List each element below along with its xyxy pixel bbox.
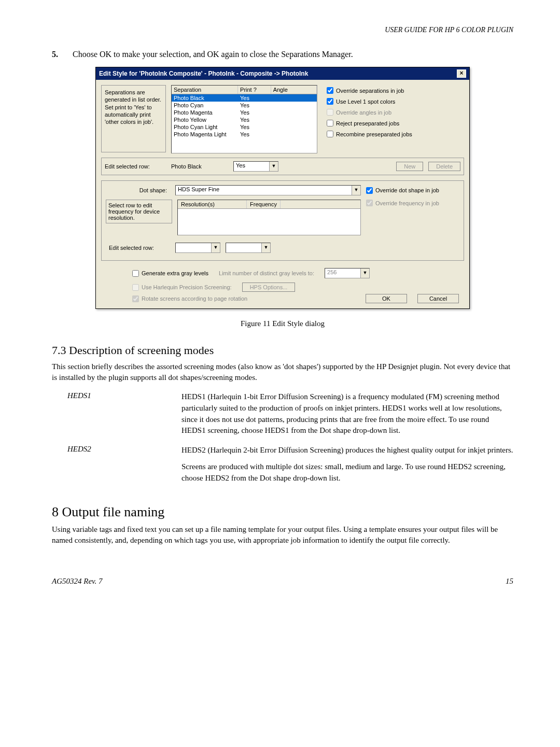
col-print: Print ? [238, 86, 271, 94]
ok-button[interactable]: OK [366, 294, 407, 303]
step-text: Choose OK to make your selection, and OK… [73, 50, 353, 59]
override-dot-shape-checkbox[interactable]: Override dot shape in job [366, 187, 459, 194]
col-frequency: Frequency [247, 200, 281, 208]
separations-description: Separations are generated in list order.… [101, 85, 166, 152]
edit-selected-row-label2: Edit selected row: [109, 245, 170, 251]
page-header: USER GUIDE FOR HP 6 COLOR PLUGIN [52, 26, 513, 34]
heds2-body-2: Screens are produced with multiple dot s… [181, 461, 513, 484]
edit-style-dialog: Edit Style for 'PhotoInk Composite' - Ph… [95, 67, 470, 309]
list-row[interactable]: Photo Black Yes [172, 94, 317, 102]
section-7-3-intro: This section briefly describes the assor… [52, 361, 513, 383]
section-8-title: 8 Output file naming [52, 504, 513, 520]
recombine-preseparated-checkbox[interactable]: Recombine preseparated jobs [327, 131, 460, 137]
close-icon[interactable]: × [457, 69, 466, 78]
step-number: 5. [52, 50, 62, 59]
footer-right: 15 [506, 577, 513, 586]
rotate-screens-checkbox[interactable]: Rotate screens according to page rotatio… [106, 295, 366, 302]
list-row[interactable]: Photo Magenta Light Yes [172, 131, 317, 138]
heds1-body: HEDS1 (Harlequin 1-bit Error Diffusion S… [181, 391, 513, 436]
chevron-down-icon: ▼ [211, 243, 220, 252]
frequency-list[interactable]: Resolution(s) Frequency [177, 200, 361, 235]
override-separations-checkbox[interactable]: Override separations in job [327, 87, 460, 94]
cancel-button[interactable]: Cancel [417, 294, 459, 303]
delete-button[interactable]: Delete [428, 162, 460, 171]
chevron-down-icon: ▼ [261, 243, 270, 252]
limit-gray-label: Limit number of distinct gray levels to: [219, 270, 314, 276]
list-row[interactable]: Photo Cyan Light Yes [172, 123, 317, 131]
footer-left: AG50324 Rev. 7 [52, 577, 103, 586]
generate-gray-levels-checkbox[interactable]: Generate extra gray levels [132, 270, 208, 277]
dot-shape-label: Dot shape: [106, 187, 170, 193]
edit-selected-row-label: Edit selected row: [105, 163, 166, 170]
selected-separation-name: Photo Black [171, 163, 228, 170]
heds2-term: HEDS2 [52, 445, 171, 489]
limit-gray-combo[interactable]: 256▼ [325, 268, 370, 278]
new-button[interactable]: New [396, 162, 423, 171]
list-row[interactable]: Photo Magenta Yes [172, 109, 317, 116]
dialog-title: Edit Style for 'PhotoInk Composite' - Ph… [99, 70, 308, 77]
section-8-body: Using variable tags and fixed text you c… [52, 524, 513, 546]
col-separation: Separation [172, 86, 238, 94]
figure-caption: Figure 11 Edit Style dialog [52, 319, 513, 328]
chevron-down-icon: ▼ [360, 269, 369, 278]
heds1-term: HEDS1 [52, 391, 171, 436]
print-combo[interactable]: Yes▼ [233, 161, 278, 172]
override-angles-checkbox[interactable]: Override angles in job [327, 109, 460, 116]
hps-checkbox[interactable]: Use Harlequin Precision Screening: [132, 284, 232, 291]
list-row[interactable]: Photo Yellow Yes [172, 116, 317, 123]
frequency-description: Select row to edit frequency for device … [106, 200, 172, 223]
freq-combo-2[interactable]: ▼ [226, 243, 271, 253]
reject-preseparated-checkbox[interactable]: Reject preseparated jobs [327, 120, 460, 126]
hps-options-button[interactable]: HPS Options... [242, 283, 296, 292]
section-7-3-title: 7.3 Description of screening modes [52, 344, 513, 357]
chevron-down-icon: ▼ [352, 186, 360, 195]
list-row[interactable]: Photo Cyan Yes [172, 102, 317, 109]
use-level1-spot-checkbox[interactable]: Use Level 1 spot colors [327, 98, 460, 105]
heds2-body-1: HEDS2 (Harlequin 2-bit Error Diffusion S… [181, 445, 513, 456]
col-angle: Angle [271, 86, 317, 94]
freq-combo-1[interactable]: ▼ [175, 243, 220, 253]
override-frequency-checkbox[interactable]: Override frequency in job [366, 200, 459, 206]
chevron-down-icon: ▼ [269, 162, 278, 171]
dot-shape-combo[interactable]: HDS Super Fine▼ [175, 185, 361, 195]
col-resolution: Resolution(s) [178, 200, 247, 208]
separations-list[interactable]: Separation Print ? Angle Photo Black Yes… [171, 85, 317, 153]
